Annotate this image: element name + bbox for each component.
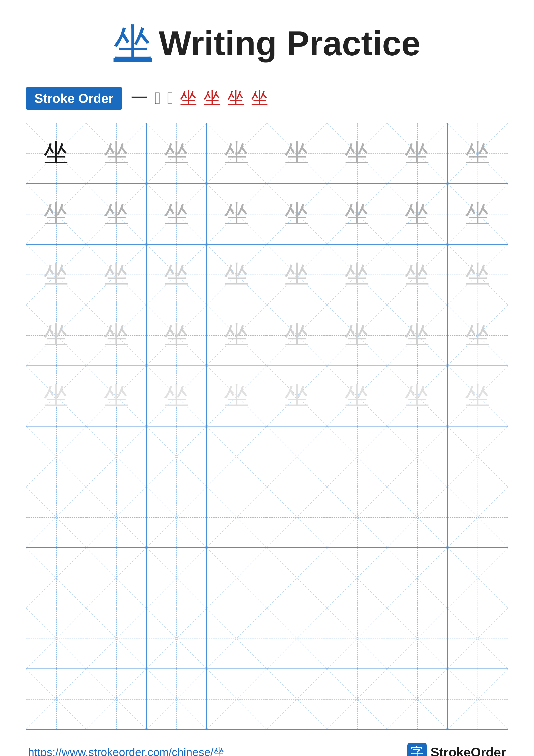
diagonal-guide <box>26 426 86 487</box>
grid-row: 坐 坐 坐 坐 坐 坐 坐 坐 <box>26 184 508 244</box>
diagonal-guide <box>87 426 146 487</box>
grid-cell[interactable]: 坐 <box>267 123 327 183</box>
grid-cell[interactable] <box>447 669 508 729</box>
diagonal-guide <box>447 426 508 487</box>
practice-char: 坐 <box>224 323 249 348</box>
grid-cell[interactable]: 坐 <box>387 305 447 365</box>
grid-cell[interactable] <box>147 426 207 487</box>
grid-cell[interactable]: 坐 <box>87 184 146 244</box>
grid-cell[interactable] <box>147 487 207 547</box>
grid-cell[interactable] <box>447 487 508 547</box>
grid-row: 坐 坐 坐 坐 坐 坐 坐 坐 <box>26 123 508 184</box>
grid-cell[interactable]: 坐 <box>26 123 87 183</box>
grid-cell[interactable] <box>26 548 87 608</box>
grid-cell[interactable] <box>147 548 207 608</box>
grid-cell[interactable]: 坐 <box>207 245 267 305</box>
grid-cell[interactable]: 坐 <box>147 184 207 244</box>
grid-cell[interactable]: 坐 <box>26 184 87 244</box>
grid-cell[interactable] <box>267 548 327 608</box>
grid-cell[interactable] <box>87 608 146 668</box>
grid-cell[interactable]: 坐 <box>87 366 146 426</box>
grid-cell[interactable] <box>327 426 387 487</box>
grid-cell[interactable] <box>147 608 207 668</box>
grid-cell[interactable] <box>26 608 87 668</box>
grid-cell[interactable] <box>267 608 327 668</box>
title-text: Writing Practice <box>159 23 420 63</box>
grid-cell[interactable] <box>87 548 146 608</box>
grid-cell[interactable]: 坐 <box>387 245 447 305</box>
grid-cell[interactable] <box>387 426 447 487</box>
practice-char: 坐 <box>164 323 189 348</box>
grid-cell[interactable] <box>327 669 387 729</box>
practice-char: 坐 <box>465 141 490 166</box>
grid-cell[interactable]: 坐 <box>26 245 87 305</box>
practice-char: 坐 <box>224 262 249 287</box>
grid-cell[interactable]: 坐 <box>447 305 508 365</box>
diagonal-guide <box>87 487 146 547</box>
stroke-step-5: 坐 <box>204 87 221 110</box>
grid-cell[interactable]: 坐 <box>267 305 327 365</box>
grid-cell[interactable]: 坐 <box>267 184 327 244</box>
grid-cell[interactable]: 坐 <box>327 245 387 305</box>
grid-cell[interactable]: 坐 <box>387 123 447 183</box>
grid-cell[interactable] <box>207 608 267 668</box>
grid-cell[interactable]: 坐 <box>26 366 87 426</box>
grid-cell[interactable] <box>327 548 387 608</box>
grid-cell[interactable]: 坐 <box>207 123 267 183</box>
page: 坐 Writing Practice Stroke Order 一 𠃌 𰻞 坐 … <box>0 0 534 756</box>
grid-cell[interactable] <box>207 487 267 547</box>
grid-cell[interactable]: 坐 <box>26 305 87 365</box>
grid-cell[interactable] <box>147 669 207 729</box>
grid-cell[interactable]: 坐 <box>447 123 508 183</box>
grid-cell[interactable] <box>26 487 87 547</box>
grid-cell[interactable] <box>267 487 327 547</box>
grid-cell[interactable] <box>387 669 447 729</box>
grid-cell[interactable]: 坐 <box>327 305 387 365</box>
stroke-step-7: 坐 <box>251 87 268 110</box>
grid-cell[interactable] <box>207 548 267 608</box>
grid-cell[interactable] <box>87 487 146 547</box>
stroke-sequence: 一 𠃌 𰻞 坐 坐 坐 坐 <box>131 87 268 110</box>
grid-cell[interactable] <box>447 548 508 608</box>
grid-cell[interactable] <box>447 426 508 487</box>
grid-cell[interactable]: 坐 <box>147 123 207 183</box>
grid-cell[interactable] <box>26 426 87 487</box>
grid-cell[interactable] <box>87 426 146 487</box>
grid-cell[interactable]: 坐 <box>147 366 207 426</box>
grid-cell[interactable] <box>87 669 146 729</box>
grid-cell[interactable] <box>327 487 387 547</box>
grid-cell[interactable] <box>387 548 447 608</box>
grid-cell[interactable]: 坐 <box>267 366 327 426</box>
grid-cell[interactable]: 坐 <box>207 184 267 244</box>
grid-cell[interactable]: 坐 <box>447 184 508 244</box>
grid-cell[interactable]: 坐 <box>387 366 447 426</box>
grid-cell[interactable]: 坐 <box>267 245 327 305</box>
diagonal-guide <box>147 487 206 547</box>
diagonal-guide <box>447 608 508 668</box>
grid-cell[interactable]: 坐 <box>207 305 267 365</box>
grid-cell[interactable] <box>387 608 447 668</box>
grid-cell[interactable]: 坐 <box>327 184 387 244</box>
grid-cell[interactable]: 坐 <box>447 245 508 305</box>
grid-cell[interactable] <box>207 426 267 487</box>
grid-cell[interactable]: 坐 <box>87 305 146 365</box>
grid-cell[interactable]: 坐 <box>327 366 387 426</box>
grid-cell[interactable]: 坐 <box>387 184 447 244</box>
practice-char: 坐 <box>104 323 129 348</box>
grid-cell[interactable] <box>267 669 327 729</box>
grid-cell[interactable] <box>207 669 267 729</box>
practice-char: 坐 <box>465 202 490 227</box>
grid-cell[interactable]: 坐 <box>447 366 508 426</box>
grid-cell[interactable]: 坐 <box>147 245 207 305</box>
grid-cell[interactable]: 坐 <box>207 366 267 426</box>
grid-cell[interactable] <box>447 608 508 668</box>
grid-cell[interactable]: 坐 <box>87 123 146 183</box>
diagonal-guide <box>26 548 86 608</box>
grid-cell[interactable]: 坐 <box>147 305 207 365</box>
grid-cell[interactable]: 坐 <box>327 123 387 183</box>
grid-cell[interactable] <box>267 426 327 487</box>
grid-cell[interactable]: 坐 <box>87 245 146 305</box>
grid-cell[interactable] <box>26 669 87 729</box>
grid-cell[interactable] <box>327 608 387 668</box>
grid-cell[interactable] <box>387 487 447 547</box>
